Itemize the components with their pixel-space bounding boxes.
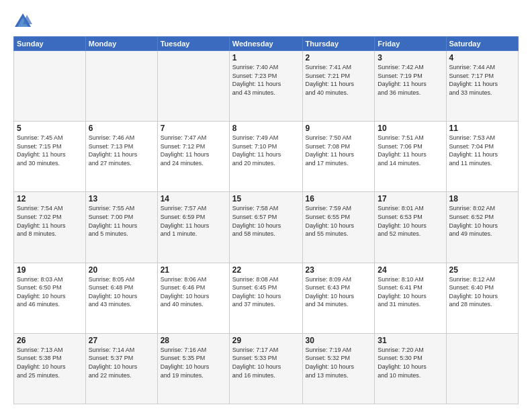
calendar-cell: 22Sunrise: 8:08 AM Sunset: 6:45 PM Dayli… [229,263,302,333]
page: SundayMondayTuesdayWednesdayThursdayFrid… [0,0,532,411]
calendar-header-monday: Monday [85,37,157,51]
day-number: 25 [449,265,515,275]
day-info: Sunrise: 7:55 AM Sunset: 7:00 PM Dayligh… [89,204,154,238]
day-info: Sunrise: 7:20 AM Sunset: 5:30 PM Dayligh… [378,346,443,379]
calendar-header-row: SundayMondayTuesdayWednesdayThursdayFrid… [14,37,519,51]
day-info: Sunrise: 7:42 AM Sunset: 7:19 PM Dayligh… [378,63,443,97]
day-info: Sunrise: 7:19 AM Sunset: 5:32 PM Dayligh… [306,346,372,379]
day-info: Sunrise: 7:47 AM Sunset: 7:12 PM Dayligh… [161,134,226,167]
calendar-week-4: 19Sunrise: 8:03 AM Sunset: 6:50 PM Dayli… [14,263,519,333]
day-info: Sunrise: 7:45 AM Sunset: 7:15 PM Dayligh… [17,134,83,167]
day-info: Sunrise: 8:10 AM Sunset: 6:41 PM Dayligh… [378,275,443,309]
day-number: 10 [378,124,443,133]
day-number: 31 [378,336,443,345]
day-info: Sunrise: 8:08 AM Sunset: 6:45 PM Dayligh… [232,275,300,309]
calendar-cell [446,333,518,404]
calendar-header-friday: Friday [375,37,446,51]
day-info: Sunrise: 7:51 AM Sunset: 7:06 PM Dayligh… [378,134,443,167]
day-number: 29 [232,336,300,345]
day-number: 30 [306,336,372,345]
day-number: 5 [17,124,83,133]
day-info: Sunrise: 7:17 AM Sunset: 5:33 PM Dayligh… [232,346,300,379]
day-number: 7 [161,124,226,133]
logo-icon [13,12,32,31]
day-info: Sunrise: 7:54 AM Sunset: 7:02 PM Dayligh… [17,204,83,238]
day-info: Sunrise: 8:02 AM Sunset: 6:52 PM Dayligh… [449,204,515,238]
calendar-cell: 25Sunrise: 8:12 AM Sunset: 6:40 PM Dayli… [446,263,518,333]
day-info: Sunrise: 7:49 AM Sunset: 7:10 PM Dayligh… [232,134,300,167]
calendar-week-1: 1Sunrise: 7:40 AM Sunset: 7:23 PM Daylig… [14,51,519,122]
calendar-header-thursday: Thursday [302,37,375,51]
calendar-cell: 6Sunrise: 7:46 AM Sunset: 7:13 PM Daylig… [85,122,157,192]
day-info: Sunrise: 8:12 AM Sunset: 6:40 PM Dayligh… [449,275,515,309]
day-info: Sunrise: 7:16 AM Sunset: 5:35 PM Dayligh… [161,346,226,379]
calendar-cell: 5Sunrise: 7:45 AM Sunset: 7:15 PM Daylig… [14,122,86,192]
day-info: Sunrise: 7:14 AM Sunset: 5:37 PM Dayligh… [89,346,154,379]
day-number: 3 [378,53,443,62]
day-number: 15 [232,194,300,203]
day-number: 14 [161,194,226,203]
logo [13,12,35,31]
day-number: 23 [306,265,372,275]
day-number: 18 [449,194,515,203]
day-number: 11 [449,124,515,133]
calendar-cell: 7Sunrise: 7:47 AM Sunset: 7:12 PM Daylig… [157,122,229,192]
calendar-cell: 11Sunrise: 7:53 AM Sunset: 7:04 PM Dayli… [446,122,518,192]
day-info: Sunrise: 7:46 AM Sunset: 7:13 PM Dayligh… [89,134,154,167]
day-number: 16 [306,194,372,203]
calendar-cell: 31Sunrise: 7:20 AM Sunset: 5:30 PM Dayli… [375,333,446,404]
day-info: Sunrise: 7:59 AM Sunset: 6:55 PM Dayligh… [306,204,372,238]
calendar-cell: 15Sunrise: 7:58 AM Sunset: 6:57 PM Dayli… [229,192,302,263]
day-number: 13 [89,194,154,203]
calendar-cell: 16Sunrise: 7:59 AM Sunset: 6:55 PM Dayli… [302,192,375,263]
day-info: Sunrise: 8:05 AM Sunset: 6:48 PM Dayligh… [89,275,154,309]
day-info: Sunrise: 8:01 AM Sunset: 6:53 PM Dayligh… [378,204,443,238]
day-number: 20 [89,265,154,275]
day-number: 27 [89,336,154,345]
calendar-cell: 24Sunrise: 8:10 AM Sunset: 6:41 PM Dayli… [375,263,446,333]
calendar-cell: 27Sunrise: 7:14 AM Sunset: 5:37 PM Dayli… [85,333,157,404]
day-info: Sunrise: 7:40 AM Sunset: 7:23 PM Dayligh… [232,63,300,97]
calendar-cell: 18Sunrise: 8:02 AM Sunset: 6:52 PM Dayli… [446,192,518,263]
day-info: Sunrise: 7:53 AM Sunset: 7:04 PM Dayligh… [449,134,515,167]
day-info: Sunrise: 7:57 AM Sunset: 6:59 PM Dayligh… [161,204,226,238]
day-number: 22 [232,265,300,275]
calendar-header-tuesday: Tuesday [157,37,229,51]
day-number: 19 [17,265,83,275]
day-info: Sunrise: 7:58 AM Sunset: 6:57 PM Dayligh… [232,204,300,238]
calendar-header-sunday: Sunday [14,37,86,51]
calendar-cell: 21Sunrise: 8:06 AM Sunset: 6:46 PM Dayli… [157,263,229,333]
day-number: 28 [161,336,226,345]
calendar-week-2: 5Sunrise: 7:45 AM Sunset: 7:15 PM Daylig… [14,122,519,192]
calendar-cell: 4Sunrise: 7:44 AM Sunset: 7:17 PM Daylig… [446,51,518,122]
day-number: 1 [232,53,300,62]
day-info: Sunrise: 7:50 AM Sunset: 7:08 PM Dayligh… [306,134,372,167]
calendar-cell: 23Sunrise: 8:09 AM Sunset: 6:43 PM Dayli… [302,263,375,333]
calendar-cell: 2Sunrise: 7:41 AM Sunset: 7:21 PM Daylig… [302,51,375,122]
calendar-cell: 17Sunrise: 8:01 AM Sunset: 6:53 PM Dayli… [375,192,446,263]
day-number: 21 [161,265,226,275]
day-number: 4 [449,53,515,62]
day-number: 2 [306,53,372,62]
day-number: 12 [17,194,83,203]
day-number: 26 [17,336,83,345]
calendar-cell: 14Sunrise: 7:57 AM Sunset: 6:59 PM Dayli… [157,192,229,263]
calendar-cell: 20Sunrise: 8:05 AM Sunset: 6:48 PM Dayli… [85,263,157,333]
day-info: Sunrise: 7:44 AM Sunset: 7:17 PM Dayligh… [449,63,515,97]
calendar-cell: 8Sunrise: 7:49 AM Sunset: 7:10 PM Daylig… [229,122,302,192]
day-info: Sunrise: 7:13 AM Sunset: 5:38 PM Dayligh… [17,346,83,379]
day-info: Sunrise: 8:06 AM Sunset: 6:46 PM Dayligh… [161,275,226,309]
calendar-week-3: 12Sunrise: 7:54 AM Sunset: 7:02 PM Dayli… [14,192,519,263]
calendar-cell: 9Sunrise: 7:50 AM Sunset: 7:08 PM Daylig… [302,122,375,192]
calendar-cell: 26Sunrise: 7:13 AM Sunset: 5:38 PM Dayli… [14,333,86,404]
calendar-cell: 29Sunrise: 7:17 AM Sunset: 5:33 PM Dayli… [229,333,302,404]
day-info: Sunrise: 8:09 AM Sunset: 6:43 PM Dayligh… [306,275,372,309]
calendar-week-5: 26Sunrise: 7:13 AM Sunset: 5:38 PM Dayli… [14,333,519,404]
calendar-cell: 30Sunrise: 7:19 AM Sunset: 5:32 PM Dayli… [302,333,375,404]
calendar-cell [14,51,86,122]
day-number: 6 [89,124,154,133]
calendar-header-wednesday: Wednesday [229,37,302,51]
day-number: 17 [378,194,443,203]
day-info: Sunrise: 8:03 AM Sunset: 6:50 PM Dayligh… [17,275,83,309]
calendar-cell: 13Sunrise: 7:55 AM Sunset: 7:00 PM Dayli… [85,192,157,263]
